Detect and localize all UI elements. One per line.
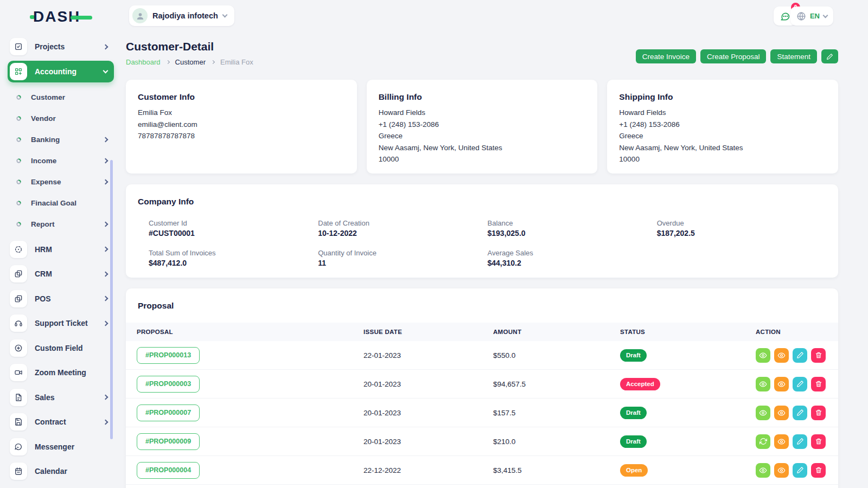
sidebar-item-expense[interactable]: Expense (8, 171, 114, 192)
edit-action-button[interactable] (793, 377, 807, 391)
sidebar-item-label: Calendar (35, 467, 67, 476)
sidebar-item-sales[interactable]: Sales (8, 385, 114, 410)
shipping-address: New Aasamj, New York, United States (619, 143, 826, 153)
chevron-right-icon (103, 419, 108, 425)
edit-action-button[interactable] (793, 463, 807, 478)
edit-customer-button[interactable] (821, 49, 838, 63)
create-invoice-button[interactable]: Create Invoice (636, 49, 696, 63)
eye-icon (777, 466, 786, 474)
workspace-name: Rajodiya infotech (152, 11, 218, 20)
amount: $94,657.5 (493, 380, 620, 388)
statement-button[interactable]: Statement (770, 49, 817, 63)
proposal-id-button[interactable]: #PROP000009 (137, 433, 200, 450)
preview-action-button[interactable] (774, 463, 789, 478)
language-label: EN (810, 12, 820, 20)
app-logo[interactable]: DASH (30, 8, 92, 25)
sidebar-item-accounting[interactable]: Accounting (8, 61, 114, 82)
breadcrumb-customer[interactable]: Customer (175, 58, 206, 66)
company-field-date-of-creation: Date of Creation 10-12-2022 (318, 219, 487, 237)
pencil-icon (796, 380, 804, 388)
proposal-id-button[interactable]: #PROP000004 (137, 462, 200, 479)
sidebar-item-pos[interactable]: POS (8, 286, 114, 311)
eye-icon (777, 438, 786, 446)
sidebar-item-calendar[interactable]: Calendar (8, 459, 114, 484)
edit-action-button[interactable] (793, 348, 807, 363)
check-square-icon (10, 38, 27, 55)
sidebar-item-zoom-meeting[interactable]: Zoom Meeting (8, 361, 114, 386)
preview-action-button[interactable] (774, 348, 789, 363)
proposal-id-button[interactable]: #PROP000003 (137, 376, 200, 393)
shipping-country: Greece (619, 131, 826, 141)
view-action-button[interactable] (756, 406, 770, 420)
sidebar-item-report[interactable]: Report (8, 214, 114, 235)
sidebar-item-crm[interactable]: CRM (8, 262, 114, 287)
chevron-right-icon (166, 60, 170, 64)
trash-icon (815, 438, 822, 445)
edit-action-button[interactable] (793, 434, 807, 449)
table-row: #PROP000013 22-01-2023 $550.0 Draft (126, 341, 838, 370)
proposal-table: PROPOSAL ISSUE DATE AMOUNT STATUS ACTION… (126, 323, 838, 485)
card-title: Shipping Info (619, 92, 826, 102)
view-action-button[interactable] (756, 348, 770, 363)
proposal-id-button[interactable]: #PROP000013 (137, 347, 200, 364)
create-proposal-button[interactable]: Create Proposal (700, 49, 767, 63)
company-info-card: Company Info Customer Id #CUST00001 Date… (126, 184, 838, 278)
breadcrumb-dashboard[interactable]: Dashboard (126, 58, 161, 66)
sidebar-item-label: Zoom Meeting (35, 368, 86, 377)
preview-action-button[interactable] (774, 377, 789, 391)
headset-icon (10, 314, 27, 332)
delete-action-button[interactable] (811, 377, 826, 391)
sidebar-scrollbar[interactable] (110, 160, 113, 439)
bullet-ring-icon (16, 179, 22, 185)
view-action-button[interactable] (756, 463, 770, 478)
sidebar-item-finacial-goal[interactable]: Finacial Goal (8, 192, 114, 214)
trash-icon (815, 351, 822, 359)
sidebar-item-hrm[interactable]: HRM (8, 237, 114, 262)
amount: $3,415.5 (493, 466, 620, 474)
convert-action-button[interactable] (756, 434, 770, 449)
company-field-average-sales: Average Sales $44,310.2 (488, 249, 657, 267)
sidebar-item-messenger[interactable]: Messenger (8, 434, 114, 459)
pencil-icon (796, 466, 804, 474)
column-header-proposal: PROPOSAL (137, 329, 363, 335)
proposal-id-button[interactable]: #PROP000007 (137, 404, 200, 421)
sidebar-item-contract[interactable]: Contract (8, 410, 114, 435)
sidebar-item-customer[interactable]: Customer (8, 87, 114, 108)
column-header-action: ACTION (756, 329, 827, 335)
preview-action-button[interactable] (774, 406, 789, 420)
billing-address: New Aasamj, New York, United States (379, 143, 586, 153)
preview-action-button[interactable] (774, 434, 789, 449)
workspace-switcher[interactable]: Rajodiya infotech (129, 5, 234, 26)
delete-action-button[interactable] (811, 406, 826, 420)
overlap-squares-icon (10, 265, 27, 282)
delete-action-button[interactable] (811, 434, 826, 449)
sidebar-item-support-ticket[interactable]: Support Ticket (8, 311, 114, 336)
plus-circle-icon (10, 339, 27, 357)
delete-action-button[interactable] (811, 463, 826, 478)
status-badge: Draft (620, 349, 647, 362)
sidebar-item-custom-field[interactable]: Custom Field (8, 336, 114, 361)
bullet-ring-icon (16, 221, 22, 227)
eye-icon (759, 409, 767, 417)
sidebar-item-projects[interactable]: Projects (8, 35, 114, 59)
delete-action-button[interactable] (811, 348, 826, 363)
sub-item-label: Vendor (31, 114, 56, 123)
sidebar-item-banking[interactable]: Banking (8, 129, 114, 150)
sidebar-item-vendor[interactable]: Vendor (8, 108, 114, 129)
trash-icon (815, 409, 822, 416)
language-selector[interactable]: EN (790, 7, 833, 25)
chevron-right-icon (211, 60, 215, 64)
column-header-issue-date: ISSUE DATE (363, 329, 493, 335)
workspace-avatar (132, 8, 148, 23)
bullet-ring-icon (16, 94, 22, 100)
sub-item-label: Finacial Goal (31, 199, 76, 207)
video-camera-icon (10, 364, 27, 381)
column-header-amount: AMOUNT (493, 329, 620, 335)
edit-action-button[interactable] (793, 406, 807, 420)
view-action-button[interactable] (756, 377, 770, 391)
billing-zip: 10000 (379, 155, 586, 164)
status-badge: Accepted (620, 378, 660, 390)
sidebar-item-income[interactable]: Income (8, 150, 114, 171)
table-row: #PROP000004 22-12-2022 $3,415.5 Open (126, 456, 838, 485)
page-title: Customer-Detail (126, 40, 253, 53)
